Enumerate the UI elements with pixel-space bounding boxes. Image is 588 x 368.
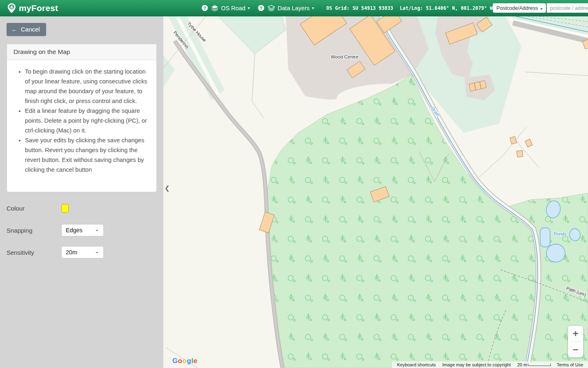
- layers-help-icon[interactable]: ?: [258, 5, 264, 11]
- instruction-item: Edit a linear feature by dragging the sq…: [25, 106, 151, 135]
- map-area: Tythe House Pendennis Wood Centre Drain …: [163, 16, 588, 368]
- colour-label: Colour: [7, 205, 61, 212]
- chevron-down-icon: ▾: [312, 6, 314, 10]
- instruction-item: Save your edits by clicking the save cha…: [25, 135, 151, 175]
- cancel-button[interactable]: ← Cancel: [7, 23, 46, 36]
- map-label-wood-centre: Wood Centre: [331, 54, 359, 59]
- snapping-select[interactable]: Edges ⌄: [61, 224, 104, 236]
- search-type-select[interactable]: Postcode/Address ⌄: [493, 3, 546, 13]
- sidebar: ← Cancel Drawing on the Map To begin dra…: [0, 16, 163, 368]
- instructions-panel: Drawing on the Map To begin drawing clic…: [7, 44, 157, 192]
- data-layers-menu-label: Data Layers: [278, 5, 310, 11]
- chevron-down-icon: ⌄: [539, 6, 543, 10]
- google-logo[interactable]: Google: [172, 357, 198, 365]
- chevron-down-icon: ⌄: [95, 248, 99, 254]
- snapping-value: Edges: [66, 227, 82, 233]
- cancel-button-label: Cancel: [21, 26, 40, 33]
- app-header: myForest ? OS Road ▾ ? Data Layers ▾ OS …: [0, 0, 588, 16]
- sensitivity-value: 20m: [66, 249, 77, 256]
- data-layers-menu[interactable]: Data Layers ▾: [267, 5, 314, 11]
- back-arrow-icon: ←: [11, 26, 18, 33]
- basemap-menu-label: OS Road: [221, 5, 245, 11]
- copyright-notice: Image may be subject to copyright: [439, 362, 514, 367]
- terms-of-use-link[interactable]: Terms of Use: [553, 362, 586, 367]
- colour-swatch[interactable]: [61, 204, 69, 213]
- zoom-out-button[interactable]: −: [568, 342, 583, 357]
- search-input[interactable]: [547, 3, 588, 13]
- map-zoom-control: + −: [568, 326, 583, 357]
- scale-bar: [528, 364, 551, 366]
- basemap-menu[interactable]: OS Road ▾: [211, 5, 250, 11]
- app-name: myForest: [19, 3, 58, 13]
- scale-label: 20 m: [514, 362, 527, 367]
- instruction-item: To begin drawing click on the starting l…: [25, 67, 151, 106]
- layers-icon: [211, 5, 218, 11]
- map-label-ponds: Ponds: [554, 231, 567, 236]
- sidebar-collapse-chevron-icon[interactable]: ❮: [164, 183, 171, 193]
- os-grid-readout: OS Grid: SU 54913 93833: [326, 5, 393, 11]
- zoom-in-button[interactable]: +: [568, 326, 583, 341]
- app-logo[interactable]: myForest: [7, 3, 58, 13]
- map-pin-tree-icon: [7, 3, 16, 13]
- chevron-down-icon: ▾: [248, 6, 250, 10]
- sensitivity-select[interactable]: 20m ⌄: [61, 246, 104, 258]
- search-type-value: Postcode/Address: [497, 5, 538, 11]
- sensitivity-label: Sensitivity: [7, 249, 61, 256]
- layers-outline-icon: [267, 5, 275, 11]
- snapping-label: Snapping: [7, 227, 61, 234]
- instructions-panel-title: Drawing on the Map: [7, 44, 156, 60]
- chevron-down-icon: ⌄: [95, 226, 99, 232]
- map-canvas[interactable]: Tythe House Pendennis Wood Centre Drain …: [163, 16, 588, 368]
- basemap-help-icon[interactable]: ?: [202, 5, 208, 11]
- instructions-list: To begin drawing click on the starting l…: [13, 67, 151, 175]
- map-attribution-bar: Keyboard shortcuts Image may be subject …: [392, 361, 588, 368]
- latlng-readout: Lat/Lng: 51.6406° N, 001.2079° W: [400, 5, 493, 11]
- keyboard-shortcuts-link[interactable]: Keyboard shortcuts: [394, 362, 439, 367]
